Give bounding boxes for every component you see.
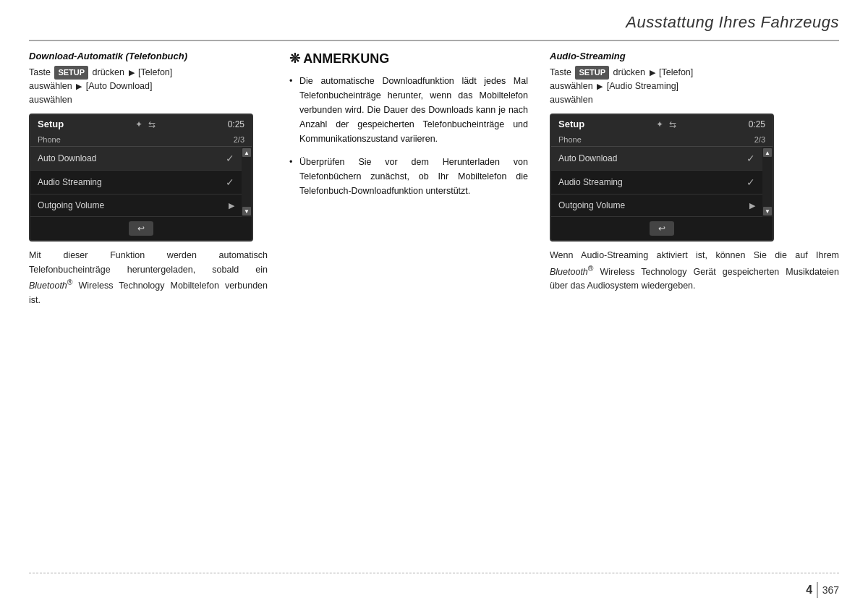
screen-body-left: Auto Download ✓ Audio Streaming ✓ Outgoi… [30,147,252,217]
row1-check-right: ✓ [746,153,755,164]
scroll-up-left[interactable]: ▲ [242,148,251,157]
footer-pagination: 4 367 [806,582,839,598]
screen-row-1-right: Auto Download ✓ [551,147,762,171]
row2-label-right: Audio Streaming [558,177,623,187]
row3-arrow-right: ▶ [749,201,755,210]
left-description: Mit dieser Funktion werden automatisch T… [29,249,268,307]
screen-header-left: Setup ✦ ⇆ 0:25 [30,115,252,133]
screen-footer-right: ↩ [551,217,773,240]
screen-body-right: Auto Download ✓ Audio Streaming ✓ Outgoi… [551,147,773,217]
right-description: Wenn Audio-Streaming aktiviert ist, könn… [550,249,839,293]
setup-button-label-right: SETUP [575,66,609,80]
row2-check-left: ✓ [226,176,234,188]
page-header-title: Ausstattung Ihres Fahrzeugs [626,13,839,32]
content-area: Download-Automatik (Telefonbuch) Taste S… [29,51,839,568]
auswaehlen-label: auswählen [29,81,72,91]
auto-download-label: [Auto Download] [86,81,153,91]
screen-row-2-left: Audio Streaming ✓ [30,171,242,195]
screen-sub-header-left: Phone 2/3 [30,133,252,147]
screen-time-right: 0:25 [749,119,765,129]
screen-header-right: Setup ✦ ⇆ 0:25 [551,115,773,133]
row2-check-right: ✓ [746,176,755,188]
row2-label-left: Audio Streaming [38,177,102,187]
scrollbar-left: ▲ ▼ [242,147,252,217]
screen-time-left: 0:25 [228,119,244,129]
screen-rows-left: Auto Download ✓ Audio Streaming ✓ Outgoi… [30,147,242,217]
setup-button-label: SETUP [54,66,88,80]
back-btn-right[interactable]: ↩ [650,221,674,236]
screen-row-3-right: Outgoing Volume ▶ [551,195,762,217]
audio-streaming-label: [Audio Streaming] [607,81,678,91]
screen-sub-page-right: 2/3 [754,135,765,144]
screen-row-1-left: Auto Download ✓ [30,147,242,171]
footer-divider [817,582,818,598]
bluetooth-icon-left: ✦ [135,119,142,129]
note-bullet-1: Die automatische Downloadfunktion lädt j… [289,74,528,146]
row1-label-left: Auto Download [38,153,96,163]
left-section-title: Download-Automatik (Telefonbuch) [29,51,268,61]
note-bullet-2: Überprüfen Sie vor dem Herunterladen von… [289,155,528,198]
screen-rows-right: Auto Download ✓ Audio Streaming ✓ Outgoi… [551,147,762,217]
screen-icons-right: ✦ ⇆ [656,119,676,129]
row3-label-right: Outgoing Volume [558,200,625,210]
bluetooth-text-right: Bluetooth [550,267,588,277]
telefon-label-right: [Telefon] [659,67,693,77]
note-title: ❊ ANMERKUNG [289,51,528,67]
footer-line [29,573,839,573]
left-instruction: Taste SETUP drücken ▶ [Telefon] auswähle… [29,66,268,106]
screen-title-right: Setup [558,119,584,129]
right-column: Audio-Streaming Taste SETUP drücken ▶ [T… [542,51,839,568]
taste-label-right: Taste [550,67,571,77]
bluetooth-sup-left: ® [67,278,73,286]
screen-sub-page-left: 2/3 [234,135,244,144]
right-screen-mock: Setup ✦ ⇆ 0:25 Phone 2/3 Auto Download ✓ [550,114,774,242]
header-line [29,40,839,41]
left-screen-mock: Setup ✦ ⇆ 0:25 Phone 2/3 Auto Download ✓ [29,114,253,242]
screen-sub-header-right: Phone 2/3 [551,133,773,147]
arrow1-right: ▶ [650,68,655,77]
screen-row-3-left: Outgoing Volume ▶ [30,195,242,217]
left-column: Download-Automatik (Telefonbuch) Taste S… [29,51,275,568]
scroll-down-left[interactable]: ▼ [242,207,251,215]
row3-arrow-left: ▶ [229,201,234,210]
arrow2-right: ▶ [597,82,603,90]
screen-icons-left: ✦ ⇆ [135,119,156,129]
taste-label: Taste [29,67,51,77]
screen-title-left: Setup [38,119,64,129]
footer-section: 4 [806,584,812,597]
row3-label-left: Outgoing Volume [38,200,104,210]
scrollbar-right: ▲ ▼ [762,147,773,217]
bluetooth-sup-right: ® [588,265,594,273]
back-btn-left[interactable]: ↩ [129,221,153,236]
druecken-label-right: drücken [613,67,645,77]
telefon-label: [Telefon] [138,67,172,77]
druecken-label: drücken [93,67,124,77]
screen-row-2-right: Audio Streaming ✓ [551,171,762,195]
arrow2: ▶ [76,82,82,90]
screen-sub-label-left: Phone [38,135,61,144]
footer-page: 367 [822,584,839,596]
screen-sub-label-right: Phone [558,135,582,144]
auswaehlen2-label: auswählen [29,95,72,105]
usb-icon-left: ⇆ [148,119,156,129]
right-section-title: Audio-Streaming [550,51,839,61]
scroll-up-right[interactable]: ▲ [763,148,772,157]
usb-icon-right: ⇆ [669,119,676,129]
row1-label-right: Auto Download [558,153,617,163]
auswaehlen2-label-right: auswählen [550,95,593,105]
screen-footer-left: ↩ [30,217,252,240]
arrow1: ▶ [129,68,135,77]
row1-check-left: ✓ [226,153,234,164]
middle-column: ❊ ANMERKUNG Die automatische Downloadfun… [275,51,542,568]
bluetooth-text-left: Bluetooth [29,281,67,291]
note-list: Die automatische Downloadfunktion lädt j… [289,74,528,198]
scroll-down-right[interactable]: ▼ [763,207,772,215]
right-instruction: Taste SETUP drücken ▶ [Telefon] auswähle… [550,66,839,106]
auswaehlen-label-right: auswählen [550,81,593,91]
bluetooth-icon-right: ✦ [656,119,663,129]
